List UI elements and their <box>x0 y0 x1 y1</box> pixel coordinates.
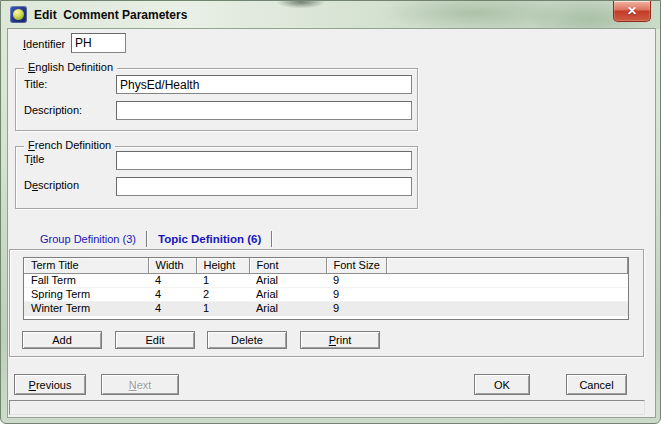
title-bar[interactable]: Edit Comment Parameters ✕ <box>1 1 660 29</box>
french-title-label: Title <box>24 153 44 165</box>
table-cell <box>386 301 628 315</box>
table-cell: 9 <box>326 287 386 301</box>
column-header[interactable] <box>386 258 628 273</box>
column-header[interactable]: Font Size <box>326 258 386 273</box>
column-header[interactable]: Term Title <box>24 258 148 273</box>
table-cell <box>386 287 628 301</box>
definition-tabs: Group Definition (3) Topic Definition (6… <box>34 230 272 247</box>
tab-topic-definition[interactable]: Topic Definition (6) <box>147 233 271 245</box>
french-definition-legend: French Definition <box>24 139 115 151</box>
table-cell: 2 <box>196 287 249 301</box>
terms-table-wrap: Term TitleWidthHeightFontFont Size Fall … <box>23 257 629 320</box>
cancel-button[interactable]: Cancel <box>566 374 627 395</box>
french-description-label: Description <box>24 179 79 191</box>
english-title-label: Title: <box>24 78 47 90</box>
identifier-input[interactable] <box>71 33 126 53</box>
add-button[interactable]: Add <box>22 331 102 349</box>
french-description-input[interactable] <box>116 177 412 196</box>
table-header-row: Term TitleWidthHeightFontFont Size <box>24 258 628 273</box>
table-cell: 9 <box>326 273 386 287</box>
table-cell: 4 <box>148 273 196 287</box>
column-header[interactable]: Height <box>196 258 249 273</box>
identifier-label: Identifier <box>23 38 65 50</box>
tab-group-definition[interactable]: Group Definition (3) <box>34 233 146 245</box>
edit-button[interactable]: Edit <box>115 331 195 349</box>
english-description-label: Description: <box>24 104 82 116</box>
status-bar <box>9 400 645 415</box>
table-row[interactable]: Fall Term41Arial9 <box>24 273 628 287</box>
next-button[interactable]: Next <box>101 374 179 395</box>
table-row[interactable]: Spring Term42Arial9 <box>24 287 628 301</box>
table-cell: 1 <box>196 301 249 315</box>
table-cell: Arial <box>249 301 326 315</box>
table-cell: 9 <box>326 301 386 315</box>
table-row[interactable]: Winter Term41Arial9 <box>24 301 628 315</box>
table-cell: Arial <box>249 287 326 301</box>
table-cell: 4 <box>148 301 196 315</box>
table-cell: Winter Term <box>24 301 148 315</box>
table-cell: Spring Term <box>24 287 148 301</box>
ok-button[interactable]: OK <box>474 374 530 395</box>
english-title-input[interactable] <box>116 75 412 94</box>
close-icon: ✕ <box>627 4 637 18</box>
english-description-input[interactable] <box>116 101 412 120</box>
column-header[interactable]: Font <box>249 258 326 273</box>
previous-button[interactable]: Previous <box>14 374 86 395</box>
topic-definition-panel: Term TitleWidthHeightFontFont Size Fall … <box>9 249 644 357</box>
app-icon <box>10 6 27 23</box>
close-button[interactable]: ✕ <box>613 1 651 22</box>
delete-button[interactable]: Delete <box>207 331 287 349</box>
table-cell <box>386 273 628 287</box>
print-button[interactable]: Print <box>300 331 380 349</box>
edit-comment-parameters-dialog: Edit Comment Parameters ✕ Identifier Eng… <box>0 0 661 424</box>
table-cell: Arial <box>249 273 326 287</box>
english-definition-legend: English Definition <box>24 61 117 73</box>
table-cell: Fall Term <box>24 273 148 287</box>
terms-table: Term TitleWidthHeightFontFont Size Fall … <box>24 258 628 316</box>
french-definition-group: French Definition Title Description <box>15 146 418 209</box>
column-header[interactable]: Width <box>148 258 196 273</box>
tab-separator <box>271 231 272 247</box>
english-definition-group: English Definition Title: Description: <box>15 68 418 131</box>
window-title: Edit Comment Parameters <box>34 1 187 29</box>
french-title-input[interactable] <box>116 151 412 170</box>
table-cell: 4 <box>148 287 196 301</box>
dialog-client-area: Identifier English Definition Title: Des… <box>8 29 655 417</box>
table-cell: 1 <box>196 273 249 287</box>
